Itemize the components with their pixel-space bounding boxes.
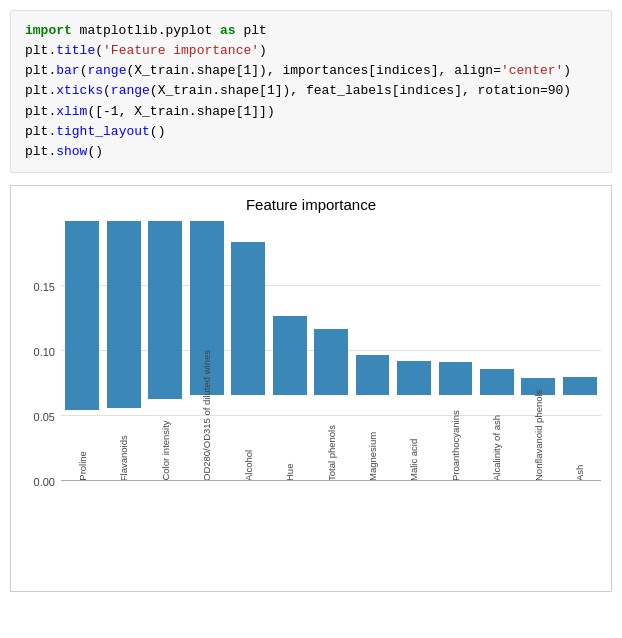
x-axis-line (61, 480, 601, 481)
bar-wrapper: Magnesium (353, 221, 391, 481)
chart-container: Feature importance 0.150.100.050.00 Prol… (10, 185, 612, 592)
bar (314, 329, 348, 395)
chart-area: 0.150.100.050.00 ProlineFlavanoidsColor … (21, 221, 601, 581)
bar-wrapper: Alcalinity of ash (478, 221, 516, 481)
bar-wrapper: Alcohol (229, 221, 267, 481)
y-tick: 0.10 (34, 347, 55, 358)
bar (231, 242, 265, 395)
bar-wrapper: Color intensity (146, 221, 184, 481)
bar-wrapper: Malic acid (395, 221, 433, 481)
bar (397, 361, 431, 395)
bar-wrapper: Proanthocyanins (436, 221, 474, 481)
bars-row: ProlineFlavanoidsColor intensityOD280/OD… (61, 221, 601, 481)
x-label: Hue (284, 399, 295, 481)
bar (480, 369, 514, 395)
chart-title: Feature importance (21, 196, 601, 213)
y-axis: 0.150.100.050.00 (21, 221, 61, 481)
bar (439, 362, 473, 395)
bar (107, 221, 141, 408)
bar-wrapper: Nonflavanoid phenols (519, 221, 557, 481)
x-label: Ash (574, 399, 585, 481)
x-label: Color intensity (160, 403, 171, 481)
x-label: Proanthocyanins (450, 399, 461, 481)
code-line: plt.bar(range(X_train.shape[1]), importa… (25, 61, 597, 81)
bars-and-axes: ProlineFlavanoidsColor intensityOD280/OD… (61, 221, 601, 571)
x-label: Flavanoids (118, 412, 129, 481)
x-label: Proline (77, 414, 88, 481)
bar-wrapper: OD280/OD315 of diluted wines (187, 221, 225, 481)
y-tick: 0.05 (34, 412, 55, 423)
y-tick: 0.15 (34, 282, 55, 293)
x-label: Alcohol (243, 399, 254, 481)
x-label: Nonflavanoid phenols (533, 399, 544, 481)
bar (563, 377, 597, 395)
code-line: plt.show() (25, 142, 597, 162)
x-label: Total phenols (326, 399, 337, 481)
bar (148, 221, 182, 399)
bar-wrapper: Ash (561, 221, 599, 481)
bar (65, 221, 99, 410)
bar (356, 355, 390, 395)
code-line: plt.title('Feature importance') (25, 41, 597, 61)
bar-wrapper: Proline (63, 221, 101, 481)
code-block: import matplotlib.pyplot as pltplt.title… (10, 10, 612, 173)
code-line: import matplotlib.pyplot as plt (25, 21, 597, 41)
x-label: OD280/OD315 of diluted wines (201, 399, 212, 481)
x-label: Malic acid (408, 399, 419, 481)
code-line: plt.xticks(range(X_train.shape[1]), feat… (25, 81, 597, 101)
bar-wrapper: Flavanoids (104, 221, 142, 481)
bar-wrapper: Total phenols (312, 221, 350, 481)
bar-wrapper: Hue (270, 221, 308, 481)
code-line: plt.xlim([-1, X_train.shape[1]]) (25, 102, 597, 122)
x-label: Magnesium (367, 399, 378, 481)
x-label: Alcalinity of ash (491, 399, 502, 481)
bar (273, 316, 307, 395)
y-tick: 0.00 (34, 477, 55, 488)
code-line: plt.tight_layout() (25, 122, 597, 142)
